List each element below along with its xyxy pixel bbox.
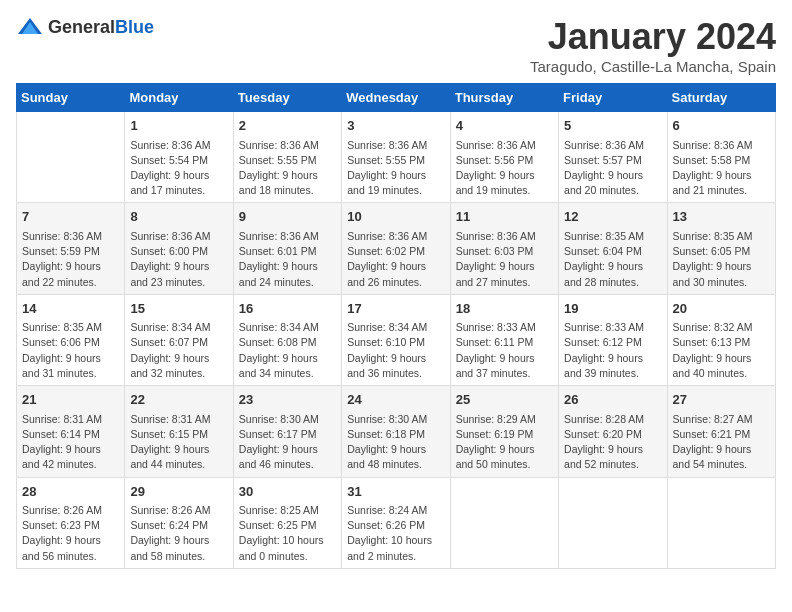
- day-info: Sunrise: 8:31 AM Sunset: 6:14 PM Dayligh…: [22, 412, 119, 473]
- day-number: 9: [239, 207, 336, 227]
- day-number: 25: [456, 390, 553, 410]
- day-number: 8: [130, 207, 227, 227]
- weekday-header-thursday: Thursday: [450, 84, 558, 112]
- day-info: Sunrise: 8:36 AM Sunset: 5:55 PM Dayligh…: [347, 138, 444, 199]
- calendar-table: SundayMondayTuesdayWednesdayThursdayFrid…: [16, 83, 776, 569]
- day-number: 6: [673, 116, 770, 136]
- calendar-cell: 8Sunrise: 8:36 AM Sunset: 6:00 PM Daylig…: [125, 203, 233, 294]
- title-area: January 2024 Taragudo, Castille-La Manch…: [530, 16, 776, 75]
- day-info: Sunrise: 8:27 AM Sunset: 6:21 PM Dayligh…: [673, 412, 770, 473]
- day-info: Sunrise: 8:32 AM Sunset: 6:13 PM Dayligh…: [673, 320, 770, 381]
- day-info: Sunrise: 8:36 AM Sunset: 5:59 PM Dayligh…: [22, 229, 119, 290]
- logo-blue-text: Blue: [115, 17, 154, 37]
- day-number: 7: [22, 207, 119, 227]
- day-info: Sunrise: 8:30 AM Sunset: 6:17 PM Dayligh…: [239, 412, 336, 473]
- calendar-cell: 18Sunrise: 8:33 AM Sunset: 6:11 PM Dayli…: [450, 294, 558, 385]
- calendar-cell: 11Sunrise: 8:36 AM Sunset: 6:03 PM Dayli…: [450, 203, 558, 294]
- calendar-cell: 14Sunrise: 8:35 AM Sunset: 6:06 PM Dayli…: [17, 294, 125, 385]
- day-number: 10: [347, 207, 444, 227]
- day-info: Sunrise: 8:36 AM Sunset: 5:55 PM Dayligh…: [239, 138, 336, 199]
- week-row-2: 7Sunrise: 8:36 AM Sunset: 5:59 PM Daylig…: [17, 203, 776, 294]
- day-number: 22: [130, 390, 227, 410]
- day-number: 1: [130, 116, 227, 136]
- day-info: Sunrise: 8:33 AM Sunset: 6:12 PM Dayligh…: [564, 320, 661, 381]
- calendar-cell: 19Sunrise: 8:33 AM Sunset: 6:12 PM Dayli…: [559, 294, 667, 385]
- day-info: Sunrise: 8:36 AM Sunset: 5:56 PM Dayligh…: [456, 138, 553, 199]
- day-info: Sunrise: 8:33 AM Sunset: 6:11 PM Dayligh…: [456, 320, 553, 381]
- weekday-header-tuesday: Tuesday: [233, 84, 341, 112]
- calendar-cell: 16Sunrise: 8:34 AM Sunset: 6:08 PM Dayli…: [233, 294, 341, 385]
- calendar-cell: 26Sunrise: 8:28 AM Sunset: 6:20 PM Dayli…: [559, 386, 667, 477]
- logo: GeneralBlue: [16, 16, 154, 38]
- calendar-cell: 20Sunrise: 8:32 AM Sunset: 6:13 PM Dayli…: [667, 294, 775, 385]
- day-info: Sunrise: 8:36 AM Sunset: 6:03 PM Dayligh…: [456, 229, 553, 290]
- calendar-cell: 4Sunrise: 8:36 AM Sunset: 5:56 PM Daylig…: [450, 112, 558, 203]
- calendar-cell: 24Sunrise: 8:30 AM Sunset: 6:18 PM Dayli…: [342, 386, 450, 477]
- day-info: Sunrise: 8:31 AM Sunset: 6:15 PM Dayligh…: [130, 412, 227, 473]
- day-info: Sunrise: 8:29 AM Sunset: 6:19 PM Dayligh…: [456, 412, 553, 473]
- calendar-cell: 29Sunrise: 8:26 AM Sunset: 6:24 PM Dayli…: [125, 477, 233, 568]
- day-number: 16: [239, 299, 336, 319]
- day-number: 13: [673, 207, 770, 227]
- weekday-header-row: SundayMondayTuesdayWednesdayThursdayFrid…: [17, 84, 776, 112]
- day-info: Sunrise: 8:36 AM Sunset: 5:57 PM Dayligh…: [564, 138, 661, 199]
- day-info: Sunrise: 8:24 AM Sunset: 6:26 PM Dayligh…: [347, 503, 444, 564]
- calendar-cell: 21Sunrise: 8:31 AM Sunset: 6:14 PM Dayli…: [17, 386, 125, 477]
- day-number: 11: [456, 207, 553, 227]
- calendar-cell: 5Sunrise: 8:36 AM Sunset: 5:57 PM Daylig…: [559, 112, 667, 203]
- calendar-cell: 12Sunrise: 8:35 AM Sunset: 6:04 PM Dayli…: [559, 203, 667, 294]
- calendar-cell: 10Sunrise: 8:36 AM Sunset: 6:02 PM Dayli…: [342, 203, 450, 294]
- calendar-cell: 17Sunrise: 8:34 AM Sunset: 6:10 PM Dayli…: [342, 294, 450, 385]
- calendar-cell: 7Sunrise: 8:36 AM Sunset: 5:59 PM Daylig…: [17, 203, 125, 294]
- weekday-header-saturday: Saturday: [667, 84, 775, 112]
- day-number: 27: [673, 390, 770, 410]
- day-number: 14: [22, 299, 119, 319]
- day-info: Sunrise: 8:34 AM Sunset: 6:07 PM Dayligh…: [130, 320, 227, 381]
- day-info: Sunrise: 8:34 AM Sunset: 6:10 PM Dayligh…: [347, 320, 444, 381]
- day-info: Sunrise: 8:35 AM Sunset: 6:04 PM Dayligh…: [564, 229, 661, 290]
- day-number: 21: [22, 390, 119, 410]
- day-info: Sunrise: 8:35 AM Sunset: 6:05 PM Dayligh…: [673, 229, 770, 290]
- calendar-cell: 3Sunrise: 8:36 AM Sunset: 5:55 PM Daylig…: [342, 112, 450, 203]
- logo-icon: [16, 16, 44, 38]
- day-info: Sunrise: 8:36 AM Sunset: 5:58 PM Dayligh…: [673, 138, 770, 199]
- calendar-cell: 6Sunrise: 8:36 AM Sunset: 5:58 PM Daylig…: [667, 112, 775, 203]
- day-number: 30: [239, 482, 336, 502]
- calendar-cell: [559, 477, 667, 568]
- day-number: 28: [22, 482, 119, 502]
- week-row-1: 1Sunrise: 8:36 AM Sunset: 5:54 PM Daylig…: [17, 112, 776, 203]
- day-number: 3: [347, 116, 444, 136]
- day-info: Sunrise: 8:25 AM Sunset: 6:25 PM Dayligh…: [239, 503, 336, 564]
- calendar-cell: 30Sunrise: 8:25 AM Sunset: 6:25 PM Dayli…: [233, 477, 341, 568]
- calendar-cell: [667, 477, 775, 568]
- day-info: Sunrise: 8:28 AM Sunset: 6:20 PM Dayligh…: [564, 412, 661, 473]
- month-title: January 2024: [530, 16, 776, 58]
- calendar-cell: 22Sunrise: 8:31 AM Sunset: 6:15 PM Dayli…: [125, 386, 233, 477]
- day-number: 4: [456, 116, 553, 136]
- calendar-cell: [17, 112, 125, 203]
- day-info: Sunrise: 8:26 AM Sunset: 6:23 PM Dayligh…: [22, 503, 119, 564]
- calendar-cell: 27Sunrise: 8:27 AM Sunset: 6:21 PM Dayli…: [667, 386, 775, 477]
- day-number: 18: [456, 299, 553, 319]
- calendar-cell: [450, 477, 558, 568]
- calendar-cell: 9Sunrise: 8:36 AM Sunset: 6:01 PM Daylig…: [233, 203, 341, 294]
- day-number: 15: [130, 299, 227, 319]
- day-number: 12: [564, 207, 661, 227]
- calendar-cell: 25Sunrise: 8:29 AM Sunset: 6:19 PM Dayli…: [450, 386, 558, 477]
- day-number: 19: [564, 299, 661, 319]
- calendar-cell: 1Sunrise: 8:36 AM Sunset: 5:54 PM Daylig…: [125, 112, 233, 203]
- day-info: Sunrise: 8:34 AM Sunset: 6:08 PM Dayligh…: [239, 320, 336, 381]
- day-info: Sunrise: 8:35 AM Sunset: 6:06 PM Dayligh…: [22, 320, 119, 381]
- day-info: Sunrise: 8:26 AM Sunset: 6:24 PM Dayligh…: [130, 503, 227, 564]
- week-row-5: 28Sunrise: 8:26 AM Sunset: 6:23 PM Dayli…: [17, 477, 776, 568]
- day-info: Sunrise: 8:30 AM Sunset: 6:18 PM Dayligh…: [347, 412, 444, 473]
- location-subtitle: Taragudo, Castille-La Mancha, Spain: [530, 58, 776, 75]
- weekday-header-monday: Monday: [125, 84, 233, 112]
- day-info: Sunrise: 8:36 AM Sunset: 6:00 PM Dayligh…: [130, 229, 227, 290]
- day-info: Sunrise: 8:36 AM Sunset: 5:54 PM Dayligh…: [130, 138, 227, 199]
- logo-general-text: General: [48, 17, 115, 37]
- calendar-cell: 23Sunrise: 8:30 AM Sunset: 6:17 PM Dayli…: [233, 386, 341, 477]
- day-number: 31: [347, 482, 444, 502]
- day-number: 2: [239, 116, 336, 136]
- weekday-header-sunday: Sunday: [17, 84, 125, 112]
